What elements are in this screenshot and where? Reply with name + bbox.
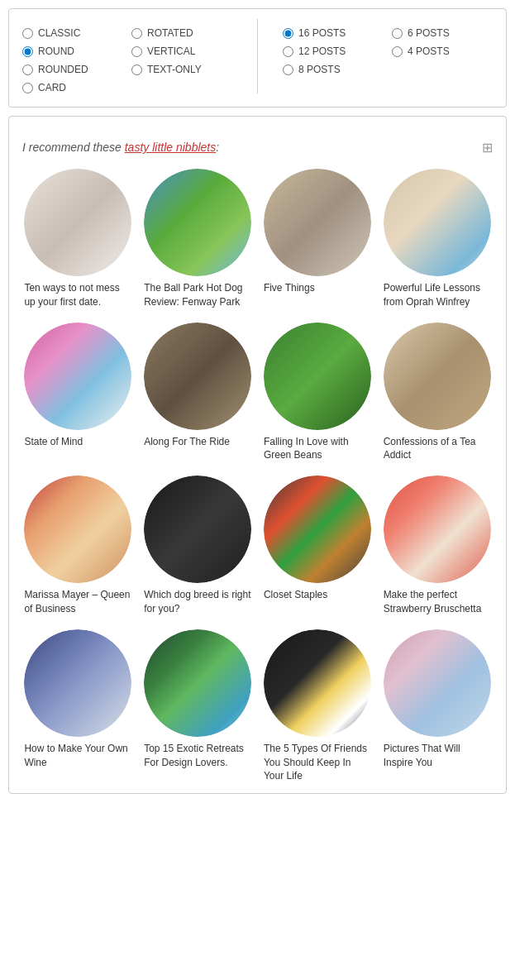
theme-card[interactable]: CARD bbox=[22, 82, 123, 93]
post-image bbox=[384, 629, 491, 737]
theme-vertical[interactable]: VERTICAL bbox=[131, 45, 232, 57]
post-item[interactable]: Five Things bbox=[262, 169, 374, 309]
post-title: Which dog breed is right for you? bbox=[144, 588, 251, 616]
post-image bbox=[24, 323, 131, 430]
post-image-bg bbox=[144, 323, 251, 430]
post-image-bg bbox=[384, 476, 491, 583]
theme-classic-label: CLASSIC bbox=[38, 27, 80, 39]
post-title: The 5 Types Of Friends You Should Keep I… bbox=[264, 742, 371, 783]
post-image-bg bbox=[24, 323, 131, 430]
post-title: Falling In Love with Green Beans bbox=[264, 435, 371, 463]
post-item[interactable]: Powerful Life Lessons from Oprah Winfrey bbox=[381, 169, 493, 309]
post-title: Closet Staples bbox=[264, 588, 371, 602]
theme-text-only-label: TEXT-ONLY bbox=[147, 64, 202, 75]
theme-vertical-input[interactable] bbox=[131, 46, 142, 57]
post-image bbox=[264, 169, 371, 276]
theme-rotated[interactable]: ROTATED bbox=[131, 27, 232, 39]
post-image-bg bbox=[264, 476, 371, 583]
preview-content: ⊞ I recommend these tasty little nibblet… bbox=[22, 140, 493, 783]
posts-16-input[interactable] bbox=[283, 28, 293, 39]
post-item[interactable]: The 5 Types Of Friends You Should Keep I… bbox=[262, 629, 374, 783]
post-title: Marissa Mayer – Queen of Business bbox=[24, 588, 131, 616]
preview-heading: I recommend these tasty little nibblets: bbox=[22, 141, 219, 154]
theme-rounded-label: ROUNDED bbox=[38, 64, 88, 75]
post-title: Five Things bbox=[264, 281, 371, 295]
post-image-bg bbox=[384, 323, 491, 430]
post-item[interactable]: Top 15 Exotic Retreats For Design Lovers… bbox=[142, 629, 254, 783]
preview-panel: ⊞ I recommend these tasty little nibblet… bbox=[8, 116, 507, 794]
theme-round-input[interactable] bbox=[22, 46, 33, 57]
post-title: Ten ways to not mess up your first date. bbox=[24, 281, 131, 309]
posts-4-label: 4 POSTS bbox=[408, 45, 450, 57]
post-image bbox=[144, 323, 251, 430]
post-image bbox=[24, 169, 131, 276]
posts-8-input[interactable] bbox=[283, 65, 293, 75]
max-posts-section: 16 POSTS 6 POSTS 12 POSTS 4 POSTS 8 POST… bbox=[283, 19, 493, 93]
post-image-bg bbox=[264, 323, 371, 430]
vertical-divider bbox=[257, 19, 258, 93]
post-image bbox=[384, 169, 491, 276]
posts-radio-group: 16 POSTS 6 POSTS 12 POSTS 4 POSTS 8 POST… bbox=[283, 27, 493, 75]
post-image bbox=[24, 629, 131, 737]
posts-6-input[interactable] bbox=[392, 28, 403, 39]
post-image-bg bbox=[24, 476, 131, 583]
theme-text-only[interactable]: TEXT-ONLY bbox=[131, 64, 232, 75]
post-image-bg bbox=[384, 169, 491, 276]
post-item[interactable]: Ten ways to not mess up your first date. bbox=[22, 169, 134, 309]
theme-card-input[interactable] bbox=[22, 83, 33, 93]
theme-classic-input[interactable] bbox=[22, 28, 33, 39]
post-title: The Ball Park Hot Dog Review: Fenway Par… bbox=[144, 281, 251, 309]
posts-16-label: 16 POSTS bbox=[298, 27, 346, 39]
post-title: Along For The Ride bbox=[144, 435, 251, 449]
posts-8-label: 8 POSTS bbox=[298, 64, 341, 75]
post-image-bg bbox=[144, 169, 251, 276]
theme-classic[interactable]: CLASSIC bbox=[22, 27, 123, 39]
grid-icon[interactable]: ⊞ bbox=[482, 140, 493, 155]
post-image-bg bbox=[264, 629, 371, 737]
post-title: State of Mind bbox=[24, 435, 131, 449]
post-image bbox=[264, 323, 371, 430]
posts-12-input[interactable] bbox=[283, 46, 293, 57]
posts-6[interactable]: 6 POSTS bbox=[392, 27, 493, 39]
posts-12-label: 12 POSTS bbox=[298, 45, 346, 57]
settings-panel: CLASSIC ROTATED ROUND VERTICAL ROUNDED T… bbox=[8, 8, 507, 108]
posts-8[interactable]: 8 POSTS bbox=[283, 64, 384, 75]
post-image-bg bbox=[24, 169, 131, 276]
post-item[interactable]: How to Make Your Own Wine bbox=[22, 629, 134, 783]
post-image bbox=[264, 629, 371, 737]
post-image bbox=[384, 323, 491, 430]
posts-grid: Ten ways to not mess up your first date.… bbox=[22, 169, 493, 783]
post-item[interactable]: Falling In Love with Green Beans bbox=[262, 323, 374, 463]
post-image bbox=[24, 476, 131, 583]
post-item[interactable]: Confessions of a Tea Addict bbox=[381, 323, 493, 463]
post-title: Confessions of a Tea Addict bbox=[384, 435, 491, 463]
post-item[interactable]: Make the perfect Strawberry Bruschetta bbox=[381, 476, 493, 616]
post-title: How to Make Your Own Wine bbox=[24, 742, 131, 770]
posts-16[interactable]: 16 POSTS bbox=[283, 27, 384, 39]
post-item[interactable]: Along For The Ride bbox=[142, 323, 254, 463]
post-item[interactable]: Closet Staples bbox=[262, 476, 374, 616]
post-image bbox=[384, 476, 491, 583]
post-image bbox=[144, 476, 251, 583]
theme-round[interactable]: ROUND bbox=[22, 45, 123, 57]
theme-vertical-label: VERTICAL bbox=[147, 45, 195, 57]
post-item[interactable]: Which dog breed is right for you? bbox=[142, 476, 254, 616]
posts-4-input[interactable] bbox=[392, 46, 403, 57]
post-image-bg bbox=[24, 629, 131, 737]
post-image-bg bbox=[144, 476, 251, 583]
posts-6-label: 6 POSTS bbox=[408, 27, 450, 39]
post-item[interactable]: Marissa Mayer – Queen of Business bbox=[22, 476, 134, 616]
theme-rotated-input[interactable] bbox=[131, 28, 142, 39]
theme-radio-group: CLASSIC ROTATED ROUND VERTICAL ROUNDED T… bbox=[22, 27, 232, 93]
theme-text-only-input[interactable] bbox=[131, 65, 142, 75]
post-title: Powerful Life Lessons from Oprah Winfrey bbox=[384, 281, 491, 309]
post-item[interactable]: State of Mind bbox=[22, 323, 134, 463]
posts-4[interactable]: 4 POSTS bbox=[392, 45, 493, 57]
theme-section: CLASSIC ROTATED ROUND VERTICAL ROUNDED T… bbox=[22, 19, 232, 93]
theme-rounded-input[interactable] bbox=[22, 65, 33, 75]
posts-12[interactable]: 12 POSTS bbox=[283, 45, 384, 57]
post-title: Make the perfect Strawberry Bruschetta bbox=[384, 588, 491, 616]
post-item[interactable]: Pictures That Will Inspire You bbox=[381, 629, 493, 783]
post-item[interactable]: The Ball Park Hot Dog Review: Fenway Par… bbox=[142, 169, 254, 309]
theme-rounded[interactable]: ROUNDED bbox=[22, 64, 123, 75]
